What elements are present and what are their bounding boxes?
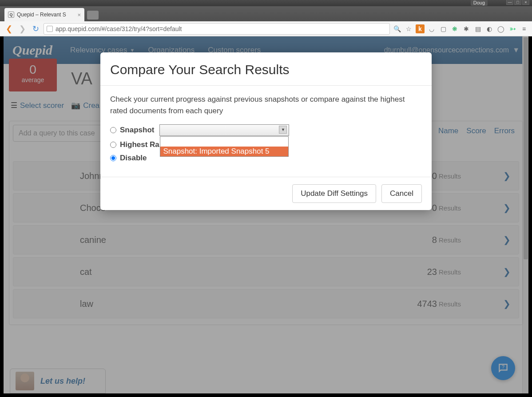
close-icon[interactable]: × bbox=[522, 0, 529, 5]
select-caret-icon: ▼ bbox=[279, 126, 287, 134]
viewport: Quepid Relevancy cases▼ Organizations Cu… bbox=[4, 36, 528, 393]
url-bar[interactable]: app.quepid.com/#/case/312/try/4?sort=def… bbox=[44, 23, 390, 35]
extension-asterisk-icon[interactable]: ✱ bbox=[462, 24, 471, 33]
forward-button[interactable]: ❯ bbox=[17, 24, 28, 34]
extension-menu-icon[interactable]: ▤ bbox=[473, 24, 482, 33]
modal-footer: Update Diff Settings Cancel bbox=[100, 177, 432, 210]
extension-green-icon[interactable]: ❋ bbox=[450, 24, 459, 33]
reload-button[interactable]: ↻ bbox=[30, 24, 41, 34]
modal-header: Compare Your Search Results bbox=[100, 52, 432, 86]
extension-circle-icon[interactable]: ◐ bbox=[485, 24, 494, 33]
pocket-icon[interactable]: ◡ bbox=[427, 24, 436, 33]
modal-overlay: Compare Your Search Results Check your c… bbox=[4, 36, 528, 393]
radio-snapshot[interactable]: Snapshot ▼ Snapshot: Imported Snapshot 5 bbox=[110, 124, 422, 136]
radio-disable-input[interactable] bbox=[110, 155, 116, 161]
extension-chat-icon[interactable]: ◯ bbox=[496, 24, 505, 33]
star-icon[interactable]: ☆ bbox=[404, 24, 413, 33]
radio-snapshot-input[interactable] bbox=[110, 127, 116, 133]
browser-toolbar: ❮ ❯ ↻ app.quepid.com/#/case/312/try/4?so… bbox=[0, 21, 532, 36]
tab-close-icon[interactable]: × bbox=[77, 12, 81, 18]
dropdown-option-blank[interactable] bbox=[160, 137, 288, 147]
back-button[interactable]: ❮ bbox=[4, 24, 14, 34]
radio-disable-label: Disable bbox=[120, 154, 147, 163]
radio-highest-label: Highest Ra bbox=[120, 140, 159, 149]
favicon-icon: Q bbox=[8, 12, 14, 18]
zoom-icon[interactable]: 🔍 bbox=[393, 24, 401, 33]
browser-tabstrip: Q Quepid – Relevant S × bbox=[0, 6, 532, 21]
maximize-icon[interactable]: □ bbox=[514, 0, 521, 5]
snapshot-select[interactable]: ▼ Snapshot: Imported Snapshot 5 bbox=[159, 124, 289, 136]
cast-icon[interactable]: ▢ bbox=[439, 24, 448, 33]
tab-title: Quepid – Relevant S bbox=[17, 12, 66, 18]
radio-highest-input[interactable] bbox=[110, 142, 116, 148]
dropdown-option-snapshot[interactable]: Snapshot: Imported Snapshot 5 bbox=[160, 147, 288, 156]
extension-k-icon[interactable]: k bbox=[416, 24, 425, 33]
page-icon bbox=[47, 26, 53, 32]
radio-snapshot-label: Snapshot bbox=[120, 126, 154, 135]
new-tab-button[interactable] bbox=[87, 11, 99, 20]
browser-tab[interactable]: Q Quepid – Relevant S × bbox=[4, 8, 84, 21]
os-titlebar: Doug — □ × bbox=[0, 0, 532, 6]
extension-swoosh-icon[interactable]: ➳ bbox=[508, 24, 517, 33]
compare-modal: Compare Your Search Results Check your c… bbox=[100, 52, 432, 210]
os-username: Doug bbox=[471, 0, 488, 6]
cancel-button[interactable]: Cancel bbox=[381, 184, 422, 203]
modal-description: Check your current progress against prev… bbox=[110, 94, 422, 116]
browser-menu-icon[interactable]: ≡ bbox=[520, 24, 528, 33]
snapshot-dropdown: Snapshot: Imported Snapshot 5 bbox=[160, 136, 289, 157]
window-controls: — □ × bbox=[506, 0, 529, 5]
modal-body: Check your current progress against prev… bbox=[100, 86, 432, 177]
url-text: app.quepid.com/#/case/312/try/4?sort=def… bbox=[56, 25, 182, 32]
update-diff-button[interactable]: Update Diff Settings bbox=[292, 184, 376, 203]
modal-title: Compare Your Search Results bbox=[110, 62, 422, 77]
minimize-icon[interactable]: — bbox=[506, 0, 513, 5]
